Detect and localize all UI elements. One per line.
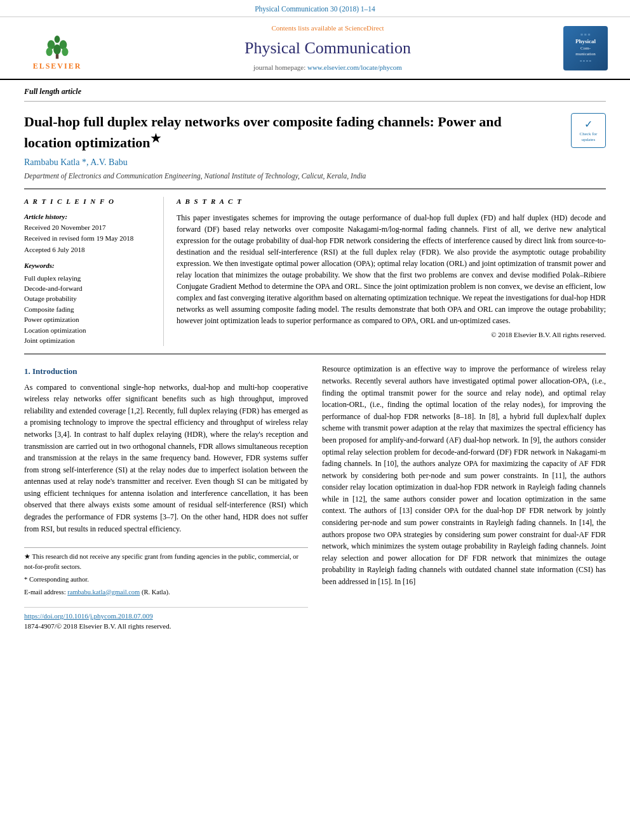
publisher-logo-area: ELSEVIER	[19, 25, 95, 72]
check-for-updates-badge: ✓ Check for updates	[571, 113, 606, 148]
svg-point-3	[46, 48, 52, 56]
info-abstract-section: A R T I C L E I N F O Article history: R…	[24, 189, 606, 354]
title-row: Dual-hop full duplex relay networks over…	[24, 107, 606, 156]
elsevier-label: ELSEVIER	[33, 61, 82, 72]
keyword-5: Power optimization	[24, 315, 154, 324]
revised-date: Received in revised form 19 May 2018	[24, 234, 154, 243]
article-info-title: A R T I C L E I N F O	[24, 197, 154, 206]
sciencedirect-link: Contents lists available at ScienceDirec…	[95, 23, 560, 33]
authors-line: Rambabu Katla *, A.V. Babu	[24, 156, 606, 169]
keyword-1: Full duplex relaying	[24, 274, 154, 283]
article-type-label: Full length article	[24, 80, 606, 102]
svg-point-4	[62, 48, 68, 56]
journal-badge-area: ≡ ≡ ≡ Physical Com- munication ≡ ≡ ≡ ≡	[560, 26, 611, 70]
affiliation-line: Department of Electronics and Communicat…	[24, 171, 606, 181]
title-star: ★	[151, 132, 161, 145]
elsevier-logo	[25, 25, 89, 60]
email-link[interactable]: rambabu.katla@gmail.com	[67, 589, 140, 596]
received-date: Received 20 November 2017	[24, 223, 154, 232]
badge-title2: Com-	[580, 46, 591, 51]
abstract-text: This paper investigates schemes for impr…	[177, 212, 606, 326]
article-info-panel: A R T I C L E I N F O Article history: R…	[24, 197, 164, 346]
volume-text: Physical Communication 30 (2018) 1–14	[255, 5, 375, 13]
body-right-col: Resource optimization is an effective wa…	[322, 363, 606, 631]
badge-title3: munication	[575, 51, 596, 57]
keyword-3: Outage probability	[24, 294, 154, 303]
svg-point-5	[53, 44, 61, 55]
footnote-area: ★ This research did not receive any spec…	[24, 547, 308, 597]
keywords-label: Keywords:	[24, 261, 154, 270]
doi-area: https://doi.org/10.1016/j.phycom.2018.07…	[24, 607, 308, 631]
elsevier-tree-icon	[44, 36, 70, 60]
history-label: Article history:	[24, 212, 154, 222]
journal-header: ELSEVIER Contents lists available at Sci…	[0, 17, 630, 80]
journal-title-area: Contents lists available at ScienceDirec…	[95, 23, 560, 72]
keyword-2: Decode-and-forward	[24, 284, 154, 293]
journal-cover-badge: ≡ ≡ ≡ Physical Com- munication ≡ ≡ ≡ ≡	[563, 26, 608, 70]
abstract-title: A B S T R A C T	[177, 197, 606, 206]
svg-rect-6	[56, 54, 58, 58]
footnote2: * Corresponding author.	[24, 575, 308, 585]
section1-heading: 1. Introduction	[24, 366, 308, 377]
body-left-col: 1. Introduction As compared to conventio…	[24, 363, 308, 631]
footnote3: E-mail address: rambabu.katla@gmail.com …	[24, 587, 308, 597]
journal-title: Physical Communication	[95, 37, 560, 60]
main-content: Full length article Dual-hop full duplex…	[0, 80, 630, 631]
body-right-paragraph1: Resource optimization is an effective wa…	[322, 363, 606, 587]
issn-text: 1874-4907/© 2018 Elsevier B.V. All right…	[24, 622, 308, 631]
homepage-link[interactable]: www.elsevier.com/locate/phycom	[307, 63, 402, 71]
footnote3-label: E-mail address:	[24, 589, 67, 596]
journal-volume-bar: Physical Communication 30 (2018) 1–14	[0, 0, 630, 17]
svg-point-0	[55, 36, 60, 43]
body-columns: 1. Introduction As compared to conventio…	[24, 363, 606, 631]
keyword-7: Joint optimization	[24, 336, 154, 345]
article-history: Article history: Received 20 November 20…	[24, 212, 154, 255]
footnote1: ★ This research did not receive any spec…	[24, 552, 308, 572]
article-title: Dual-hop full duplex relay networks over…	[24, 113, 571, 152]
journal-homepage: journal homepage: www.elsevier.com/locat…	[95, 63, 560, 72]
keywords-section: Keywords: Full duplex relaying Decode-an…	[24, 261, 154, 345]
footnote3-suffix: (R. Katla).	[140, 589, 170, 596]
abstract-panel: A B S T R A C T This paper investigates …	[177, 197, 606, 346]
keyword-6: Location optimization	[24, 326, 154, 335]
body-left-paragraph1: As compared to conventional single-hop n…	[24, 382, 308, 535]
copyright-notice: © 2018 Elsevier B.V. All rights reserved…	[177, 330, 606, 340]
accepted-date: Accepted 6 July 2018	[24, 245, 154, 255]
doi-link[interactable]: https://doi.org/10.1016/j.phycom.2018.07…	[24, 612, 153, 620]
sciencedirect-label: ScienceDirect	[345, 24, 384, 32]
keyword-4: Composite fading	[24, 305, 154, 314]
badge-title1: Physical	[575, 38, 596, 46]
